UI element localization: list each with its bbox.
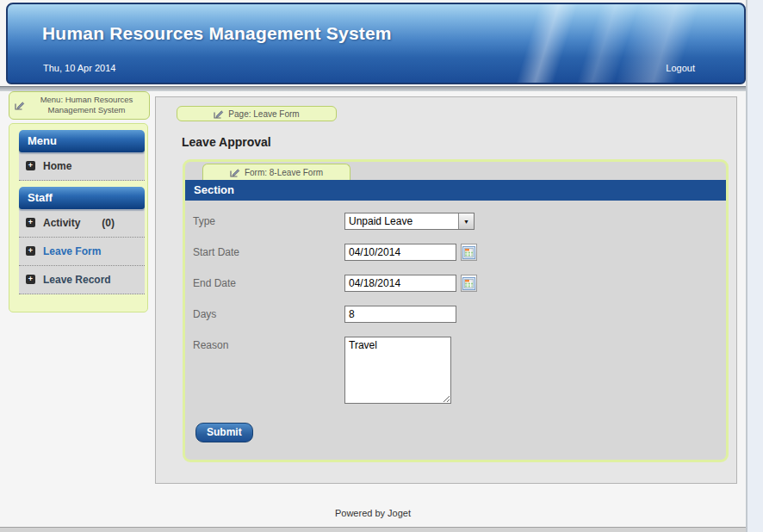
edit-icon: [214, 109, 224, 119]
days-label: Days: [193, 306, 344, 323]
bullet-icon: +: [26, 218, 35, 227]
form-fields: Type Unpaid Leave ▼ Start Date: [185, 201, 726, 442]
start-date-calendar-button[interactable]: [461, 244, 477, 261]
activity-count-badge: (0): [102, 217, 115, 229]
page-title: Leave Approval: [182, 135, 736, 149]
form-design-badge[interactable]: Form: 8-Leave Form: [202, 164, 350, 180]
form-section-header: Section: [185, 180, 726, 201]
days-input[interactable]: [344, 306, 456, 323]
page-design-badge-label: Page: Leave Form: [228, 109, 299, 119]
bullet-icon: +: [26, 246, 35, 256]
field-row-end-date: End Date: [193, 275, 726, 292]
field-row-start-date: Start Date: [193, 244, 726, 261]
reason-label: Reason: [193, 337, 344, 404]
sidebar-item-leave-record[interactable]: + Leave Record: [19, 266, 145, 294]
type-select-value: Unpaid Leave: [345, 213, 458, 229]
calendar-icon: [462, 246, 475, 259]
field-row-reason: Reason Travel: [193, 337, 726, 404]
sidebar-item-label: Leave Form: [43, 245, 101, 257]
menu-section: Menu + Home: [19, 130, 145, 181]
end-date-label: End Date: [193, 275, 344, 292]
app-header: Human Resources Management System Thu, 1…: [6, 3, 746, 84]
menu-section-title: Menu: [19, 130, 145, 152]
footer-text: Powered by Joget: [0, 508, 746, 518]
reason-textarea[interactable]: Travel: [344, 337, 451, 404]
sidebar-item-home[interactable]: + Home: [19, 152, 145, 181]
page: Human Resources Management System Thu, 1…: [0, 0, 747, 532]
bullet-icon: +: [26, 275, 35, 284]
chevron-down-icon[interactable]: ▼: [458, 213, 474, 229]
page-design-badge[interactable]: Page: Leave Form: [177, 106, 337, 121]
calendar-icon: [462, 277, 475, 290]
sidebar-item-label: Leave Record: [43, 274, 111, 286]
app-title: Human Resources Management System: [42, 23, 392, 44]
field-row-days: Days: [193, 306, 726, 323]
menu-design-badge[interactable]: Menu: Human Resources Management System: [9, 91, 150, 120]
sidebar: Menu: Human Resources Management System …: [0, 91, 155, 312]
sidebar-item-label: Activity: [43, 217, 80, 229]
end-date-input[interactable]: [344, 275, 456, 292]
edit-icon: [15, 101, 25, 110]
type-select[interactable]: Unpaid Leave ▼: [344, 213, 475, 230]
sidebar-menu-box: Menu + Home Staff + Activity (0) + Leave…: [9, 123, 148, 312]
start-date-label: Start Date: [193, 244, 344, 261]
sidebar-item-leave-form[interactable]: + Leave Form: [19, 238, 145, 266]
submit-button[interactable]: Submit: [195, 423, 253, 442]
field-row-type: Type Unpaid Leave ▼: [193, 213, 726, 230]
menu-design-badge-label: Menu: Human Resources Management System: [29, 95, 144, 116]
footer-bottom-strip: [0, 527, 746, 532]
start-date-input[interactable]: [344, 244, 456, 261]
menu-section: Staff + Activity (0) + Leave Form + Leav…: [19, 187, 145, 294]
form-container: Form: 8-Leave Form Section Type Unpaid L…: [183, 159, 729, 462]
form-design-badge-label: Form: 8-Leave Form: [245, 168, 323, 177]
header-date: Thu, 10 Apr 2014: [43, 63, 115, 73]
sidebar-item-activity[interactable]: + Activity (0): [19, 209, 145, 238]
bullet-icon: +: [26, 161, 35, 170]
sidebar-item-label: Home: [43, 160, 71, 172]
type-label: Type: [193, 213, 344, 230]
end-date-calendar-button[interactable]: [461, 275, 477, 292]
logout-link[interactable]: Logout: [666, 63, 695, 73]
menu-section-title: Staff: [19, 187, 145, 209]
edit-icon: [230, 168, 240, 177]
main-panel: Page: Leave Form Leave Approval Form: 8-…: [155, 96, 737, 484]
